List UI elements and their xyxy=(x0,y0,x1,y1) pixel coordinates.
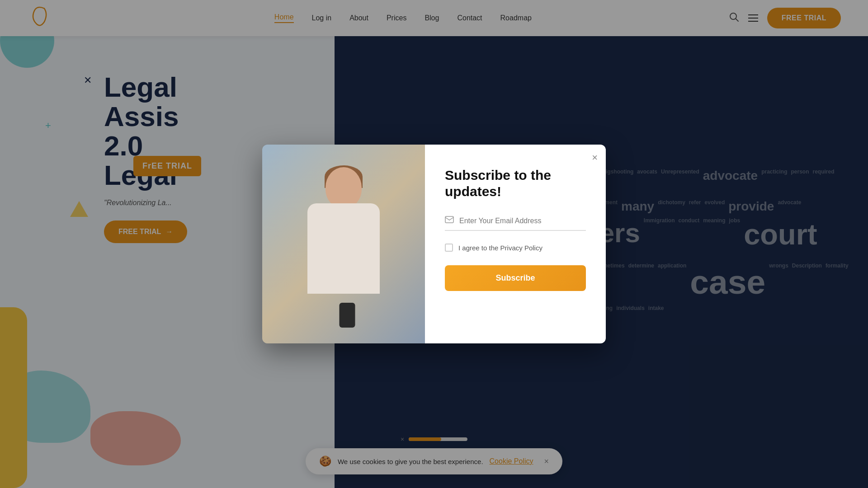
email-icon xyxy=(445,216,454,225)
modal-image-inner xyxy=(262,145,425,343)
modal-image xyxy=(262,145,425,343)
person-body xyxy=(307,203,380,294)
modal-title: Subscribe to the updates! xyxy=(445,167,586,200)
person-figure xyxy=(280,154,407,343)
svg-rect-2 xyxy=(445,216,453,223)
subscribe-button[interactable]: Subscribe xyxy=(445,265,586,291)
email-field-wrap xyxy=(445,216,586,231)
modal-close-button[interactable]: × xyxy=(592,153,598,163)
subscribe-modal: × Subscribe to the updates! I agree to t… xyxy=(262,145,606,343)
person-head xyxy=(326,167,362,208)
privacy-label: I agree to the Privacy Policy xyxy=(458,244,542,252)
privacy-wrap: I agree to the Privacy Policy xyxy=(445,244,586,252)
person-phone xyxy=(340,303,355,328)
email-input[interactable] xyxy=(459,217,586,225)
modal-dialog: × Subscribe to the updates! I agree to t… xyxy=(425,145,606,343)
privacy-checkbox[interactable] xyxy=(445,244,453,252)
